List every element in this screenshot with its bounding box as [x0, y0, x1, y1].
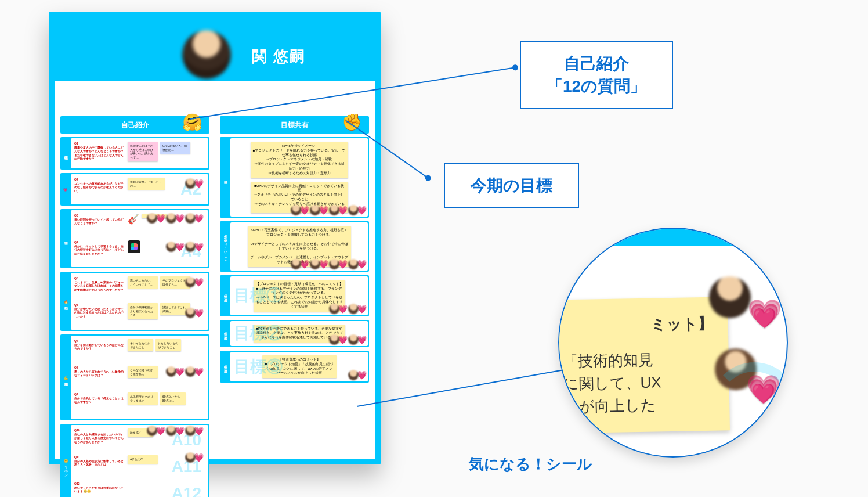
- band-label: 基礎情報: [62, 138, 70, 168]
- reaction-stamp: 💗: [185, 308, 204, 318]
- answers: 🎸💗💗💗: [128, 214, 205, 225]
- zoom-avatar-1: [709, 276, 751, 318]
- sticky-note[interactable]: 思いもよらない。こういうことで…: [128, 276, 158, 289]
- figma-icon: [128, 240, 140, 253]
- reaction-stamp: 💗: [310, 259, 328, 269]
- guitar-icon: 🎸: [128, 214, 139, 225]
- answers: A4💗💗: [128, 240, 205, 253]
- sticky-note[interactable]: GIVEの多い人。精神的に…: [160, 142, 190, 154]
- band-body: （3〜5年後をイメージ） ■プロジェクトのリードを取れる力を持っている。安心して…: [230, 138, 368, 217]
- qa-row: Q2コンセキへの取り組みあるが、なぜその取り組みができるのか教えてください。 運…: [74, 178, 205, 201]
- band-body: SMBC・花王案件で、プロジェクトを推進する力、視野を広くプロジェクトを俯瞰して…: [230, 222, 368, 270]
- answer-placeholder: A12: [172, 484, 201, 497]
- reaction-stamp: 💗: [147, 213, 165, 224]
- card-inner: 自己紹介 🤗 基礎情報 Q1職場や友人の中で尊敬している人はどんな人ですか？どん…: [55, 81, 375, 459]
- qa-row: Q6自分が学びたいと思ったきっかけやその物に対するきっかけはどんなものでしたか？…: [74, 303, 205, 326]
- zoom-circle: ミット】 「技術的知見 に関して、UX ルが向上した 💗 💗: [558, 228, 788, 458]
- reaction-stamp: 💗: [185, 242, 204, 252]
- answers: 尊敬するのはその人から受ける学びが多い人。技があって…GIVEの多い人。精神的に…: [128, 142, 205, 161]
- sticky-note[interactable]: 尊敬するのはその人から受ける学びが多い人。技があって…: [128, 142, 158, 161]
- goals-column: 目標共有 ✊ 大目標 （3〜5年後をイメージ） ■プロジェクトのリードを取れる力…: [220, 116, 369, 453]
- reaction-stamp: 💗: [166, 426, 185, 436]
- band-label: 特性: [62, 210, 70, 267]
- sticky-note[interactable]: 自分の興味範囲がより幅広くなったとき: [128, 303, 158, 319]
- answers: ある程度のクオリティを出す60点以上から80点に…: [128, 392, 205, 405]
- sticky-note[interactable]: 60点以上から80点に…: [160, 392, 186, 405]
- question-text: Q11自分の人格や生き方に影響していると思う人・体験・本などは: [74, 455, 124, 467]
- reaction-stamp: 💗: [166, 213, 185, 224]
- reaction-stamp: 💗: [348, 205, 367, 215]
- goals-title: 目標共有: [281, 121, 309, 129]
- qa-row: Q8周りの人から言われてうれしい象徴的なフィードバックは？ こんなに違うのかと驚…: [74, 366, 205, 389]
- reaction-stamp: 💗: [166, 242, 185, 252]
- band-label: 大目標: [221, 138, 229, 217]
- band-label: 主軸の成果②: [221, 321, 229, 346]
- sticky-note[interactable]: おもしろいものができたこと: [155, 339, 181, 351]
- band-body: 目標②■PJ推進を円滑にできる力を持っている。必要な提案や議論視点、必要なことを…: [230, 321, 368, 346]
- question-text: Q5これまでに、仕事上や業務のパフォーマンスを発揮しなければ、その成果を示す動機…: [74, 276, 124, 291]
- band-body: 目標①【プロジェクトの目標・貢献（成長点）へのコミット】 ■…継子におけるデザイ…: [230, 276, 368, 315]
- reaction-stamp: 💗: [329, 304, 348, 314]
- qa-row: Q11自分の人格や生き方に影響していると思う人・体験・本などは A学生のCo…A…: [74, 455, 205, 478]
- band-label: 💪成功要因: [62, 336, 70, 419]
- reaction-stamp: 💗: [329, 205, 348, 215]
- reaction-stamp: 💗: [348, 304, 367, 314]
- qa-row: Q1職場や友人の中で尊敬している人はどんな人ですか？どんなところですか？また尊敬…: [74, 142, 205, 165]
- goal-placeholder: 目標①: [234, 284, 283, 307]
- reaction-stamp: 💗: [185, 452, 204, 463]
- question-text: Q9自分で自負している「得意なこと」はなんですか？: [74, 392, 124, 404]
- goal-placeholder: 目標③: [234, 356, 283, 378]
- answers: 自分の興味範囲がより幅広くなったとき議論してみてこれ武器に…💗: [128, 303, 205, 319]
- band-label: 主軸の成果①: [221, 276, 229, 315]
- sticky-note[interactable]: キレイなものができたこと: [128, 339, 153, 351]
- qa-row: Q9自分で自負している「得意なこと」はなんですか？ ある程度のクオリティを出す6…: [74, 392, 205, 416]
- zoom-text-line2: 「技術的知見: [563, 348, 714, 373]
- question-text: Q2コンセキへの取り組みあるが、なぜその取り組みができるのか教えてください。: [74, 178, 124, 193]
- qa-row: Q5これまでに、仕事上や業務のパフォーマンスを発揮しなければ、その成果を示す動機…: [74, 276, 205, 300]
- intro-band: 🔥動機 Q5これまでに、仕事上や業務のパフォーマンスを発揮しなければ、その成果を…: [60, 272, 209, 331]
- reaction-stamp: 💗: [291, 205, 309, 215]
- band-label: 個人が今年やりたいこと: [221, 222, 229, 270]
- answers: 絵を描くA10💗💗💗: [128, 428, 205, 437]
- callout-intro: 自己紹介 「12の質問」: [520, 41, 673, 109]
- heart-icon: 💗: [747, 297, 782, 330]
- question-text: Q6自分が学びたいと思ったきっかけやその物に対するきっかけはどんなものでしたか？: [74, 303, 124, 318]
- goal-placeholder: 目標②: [234, 322, 283, 344]
- callout-intro-text: 自己紹介 「12の質問」: [547, 55, 646, 95]
- reaction-stamp: 💗: [310, 205, 328, 215]
- goal-band: 大目標 （3〜5年後をイメージ） ■プロジェクトのリードを取れる力を持っている。…: [220, 137, 369, 218]
- reaction-stamp: 💗: [329, 334, 348, 345]
- reaction-stamp: 💗: [348, 259, 367, 269]
- band-body: 目標③【後進育成へのコミット】 ■「プロジェクト知見」「技術的知見に紐づくUI知…: [230, 352, 368, 381]
- band-body: Q3良い時間を持っていくと感じているどんなことですか？ 🎸💗💗💗 Q4何かにコミ…: [71, 210, 208, 267]
- answers: A学生のCo…A11💗: [128, 455, 205, 464]
- question-text: Q10自社の人と共感深さを知りたいのですが新しく取り入れる歴史についてどんなもの…: [74, 428, 124, 444]
- answers: こんなに違うのかと驚かれる💗💗: [128, 366, 205, 378]
- sticky-note[interactable]: 運動は大事。「走った」の…: [128, 178, 165, 190]
- stage: 関 悠嗣 自己紹介 🤗 基礎情報 Q1職場や友人の中で尊敬している人はどんな人で…: [0, 0, 868, 497]
- intro-band: 特性 Q3良い時間を持っていくと感じているどんなことですか？ 🎸💗💗💗 Q4何か…: [60, 209, 209, 268]
- sticky-note[interactable]: （3〜5年後をイメージ） ■プロジェクトのリードを取れる力を持っている。安心して…: [251, 142, 348, 178]
- qa-row: Q10自社の人と共感深さを知りたいのですが新しく取り入れる歴史についてどんなもの…: [74, 428, 205, 452]
- zoom-text-line4: ルが向上した: [563, 393, 715, 419]
- question-text: Q8周りの人から言われてうれしい象徴的なフィードバックは？: [74, 366, 124, 377]
- intro-column-header: 自己紹介 🤗: [60, 116, 209, 134]
- reaction-stamp: 💗: [185, 277, 204, 287]
- band-label: 🔥動機: [62, 273, 70, 330]
- avatar: [182, 30, 231, 79]
- band-body: Q2コンセキへの取り組みあるが、なぜその取り組みができるのか教えてください。 運…: [71, 174, 208, 204]
- sticky-note[interactable]: A学生のCo…: [128, 455, 158, 464]
- intro-band: 💪成功要因 Q7自分を前に動かしているものはどんなものですか？ キレイなものがで…: [60, 334, 209, 420]
- question-text: Q3良い時間を持っていくと感じているどんなことですか？: [74, 214, 124, 225]
- reaction-stamp: 💗: [291, 259, 309, 269]
- intro-column: 自己紹介 🤗 基礎情報 Q1職場や友人の中で尊敬している人はどんな人ですか？どん…: [60, 116, 209, 453]
- sticky-note[interactable]: ある程度のクオリティを出す: [128, 392, 158, 405]
- reaction-stamp: 💗: [185, 178, 204, 189]
- sticky-note[interactable]: こんなに違うのかと驚かれる: [128, 366, 158, 378]
- reaction-stamp: 💗: [348, 370, 367, 380]
- zoom-sticky-note: ミット】 「技術的知見 に関して、UX ルが向上した: [558, 297, 730, 433]
- qa-row: Q3良い時間を持っていくと感じているどんなことですか？ 🎸💗💗💗: [74, 214, 205, 237]
- sticker-caption: 気になる！シール: [469, 454, 592, 474]
- qa-row: Q7自分を前に動かしているものはどんなものですか？ キレイなものができたことおも…: [74, 339, 205, 362]
- columns: 自己紹介 🤗 基礎情報 Q1職場や友人の中で尊敬している人はどんな人ですか？どん…: [60, 116, 369, 453]
